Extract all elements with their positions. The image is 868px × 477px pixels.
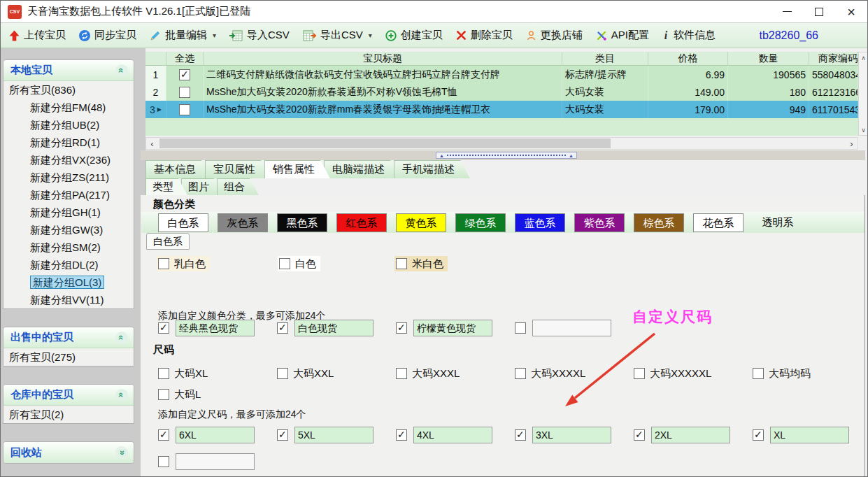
sidebar-item-all-local[interactable]: 所有宝贝(836) <box>3 81 134 99</box>
delete-item-button[interactable]: 删除宝贝 <box>456 29 513 42</box>
color-family-brown[interactable]: 棕色系 <box>634 213 684 232</box>
color-family-red[interactable]: 红色系 <box>336 213 387 232</box>
sidebar-item-group[interactable]: 新建分组VV(11) <box>3 291 134 308</box>
checkbox[interactable] <box>158 368 169 379</box>
custom-size-input[interactable]: XL <box>770 427 849 443</box>
col-price[interactable]: 价格 <box>648 52 728 66</box>
scroll-up-icon[interactable]: ∧ <box>859 52 868 63</box>
export-csv-button[interactable]: 导出CSV ▾ <box>303 29 372 42</box>
create-item-button[interactable]: 创建宝贝 <box>385 29 443 42</box>
custom-size-input[interactable]: 2XL <box>651 427 730 443</box>
checkbox[interactable] <box>277 368 288 379</box>
account-name[interactable]: tb28260_66 <box>759 29 818 42</box>
custom-color-input[interactable]: 柠檬黄色现货 <box>413 320 492 336</box>
row-checkbox[interactable] <box>179 104 190 115</box>
checkbox[interactable] <box>396 429 407 441</box>
row-checkbox[interactable] <box>179 69 190 80</box>
tab-sales-attrs[interactable]: 销售属性 <box>264 160 330 178</box>
checkbox[interactable] <box>753 368 764 379</box>
custom-color-input[interactable]: 白色现货 <box>294 320 373 336</box>
collapse-up-icon[interactable] <box>115 389 128 401</box>
tab-item-attrs[interactable]: 宝贝属性 <box>205 160 271 178</box>
size-option[interactable]: 大码XL <box>158 366 208 380</box>
color-family-white[interactable]: 白色系 <box>158 213 208 232</box>
maximize-button[interactable] <box>803 1 835 22</box>
custom-color-input[interactable]: 经典黑色现货 <box>176 320 255 336</box>
api-config-button[interactable]: API配置 <box>596 29 649 42</box>
size-option[interactable]: 大码XXXL <box>396 366 460 380</box>
color-family-floral[interactable]: 花色系 <box>693 213 744 232</box>
sidebar-item-group[interactable]: 新建分组SM(2) <box>3 239 134 256</box>
color-family-blue[interactable]: 蓝色系 <box>515 213 565 232</box>
subtab-combo[interactable]: 组合 <box>217 178 259 195</box>
tab-basic-info[interactable]: 基本信息 <box>145 160 211 178</box>
table-row[interactable]: 1 二维码支付牌贴纸微信收款码支付宝收钱码立牌扫码立牌台牌支付牌 标志牌/提示牌… <box>145 66 858 83</box>
panel-header-warehouse[interactable]: 仓库中的宝贝 <box>3 385 134 406</box>
checkbox[interactable] <box>515 368 526 379</box>
custom-size-input[interactable]: 5XL <box>294 427 373 443</box>
sidebar-item-group[interactable]: 新建分组GH(1) <box>3 204 134 221</box>
checkbox[interactable] <box>158 456 169 467</box>
col-select-all[interactable]: 全选 <box>166 52 204 66</box>
size-option[interactable]: 大码XXL <box>277 366 334 380</box>
col-title[interactable]: 宝贝标题 <box>204 52 562 66</box>
color-family-black[interactable]: 黑色系 <box>277 213 327 232</box>
sidebar-item-group[interactable]: 新建分组PA(217) <box>3 186 134 204</box>
checkbox[interactable] <box>396 258 407 269</box>
color-option-beige-white[interactable]: 米白色 <box>394 256 448 271</box>
switch-shop-button[interactable]: 更换店铺 <box>526 29 583 42</box>
pane-splitter[interactable]: ▲ ▲ <box>141 150 865 160</box>
collapse-up-icon[interactable] <box>115 332 128 344</box>
collapse-up-icon[interactable] <box>115 64 128 77</box>
color-family-transparent[interactable]: 透明系 <box>753 213 803 232</box>
checkbox[interactable] <box>515 322 526 334</box>
scroll-down-icon[interactable]: ∨ <box>859 124 868 135</box>
import-csv-button[interactable]: 导入CSV <box>229 29 290 42</box>
sidebar-item-group[interactable]: 新建分组DL(2) <box>3 256 134 273</box>
sidebar-item-group[interactable]: 新建分组GW(3) <box>3 221 134 239</box>
checkbox[interactable] <box>396 322 407 334</box>
checkbox[interactable] <box>158 389 169 400</box>
checkbox[interactable] <box>634 429 645 441</box>
color-family-green[interactable]: 绿色系 <box>455 213 506 232</box>
close-button[interactable]: × <box>835 1 867 22</box>
upload-item-button[interactable]: 上传宝贝 <box>9 29 66 42</box>
sidebar-item-all-selling[interactable]: 所有宝贝(275) <box>3 348 134 366</box>
checkbox[interactable] <box>158 258 169 269</box>
size-option[interactable]: 大码L <box>158 387 201 401</box>
checkbox[interactable] <box>753 429 764 441</box>
color-family-yellow[interactable]: 黄色系 <box>396 213 446 232</box>
batch-edit-button[interactable]: 批量编辑 ▾ <box>150 29 216 42</box>
row-checkbox[interactable] <box>179 87 190 98</box>
tab-mobile-description[interactable]: 手机端描述 <box>394 160 470 178</box>
col-category[interactable]: 类目 <box>562 52 648 66</box>
checkbox[interactable] <box>279 258 290 269</box>
table-row-selected[interactable]: 3 MsShe加大码女装2020新款胖mm春装烫银字母装饰抽绳连帽卫衣 大码女装… <box>145 101 858 118</box>
software-info-button[interactable]: i 软件信息 <box>662 29 716 42</box>
custom-size-input[interactable] <box>176 453 255 470</box>
custom-size-input[interactable]: 4XL <box>413 427 492 443</box>
sidebar-item-group[interactable]: 新建分组RD(1) <box>3 134 134 151</box>
panel-header-local[interactable]: 本地宝贝 <box>3 60 134 81</box>
scrollbar-thumb[interactable] <box>159 138 611 148</box>
active-color-family-tab[interactable]: 白色系 <box>146 233 190 250</box>
checkbox[interactable] <box>396 368 407 379</box>
scroll-right-icon[interactable]: › <box>846 138 858 149</box>
col-qty[interactable]: 数量 <box>728 52 809 66</box>
checkbox[interactable] <box>158 429 169 441</box>
size-option[interactable]: 大码均码 <box>753 366 811 380</box>
sidebar-item-group[interactable]: 新建分组FM(48) <box>3 99 134 116</box>
splitter-handle[interactable]: ▲ ▲ <box>436 152 577 159</box>
sidebar-item-all-warehouse[interactable]: 所有宝贝(2) <box>3 406 134 423</box>
panel-header-recycle[interactable]: 回收站 <box>3 442 134 463</box>
checkbox[interactable] <box>515 429 526 441</box>
table-row[interactable]: 2 MsShe加大码女装2020新款春装通勤不对称V领蚀毛棉T恤 大码女装 14… <box>145 83 858 101</box>
minimize-button[interactable] <box>771 1 803 22</box>
table-vertical-scrollbar[interactable]: ∧ ∨ <box>858 52 868 136</box>
panel-header-selling[interactable]: 出售中的宝贝 <box>3 327 134 348</box>
sidebar-item-group-selected[interactable]: 新建分组OL(3) <box>3 273 134 291</box>
scroll-left-icon[interactable]: ‹ <box>146 138 158 149</box>
color-option-white[interactable]: 白色 <box>278 256 320 271</box>
checkbox[interactable] <box>277 429 288 441</box>
sync-item-button[interactable]: 同步宝贝 <box>79 29 136 42</box>
